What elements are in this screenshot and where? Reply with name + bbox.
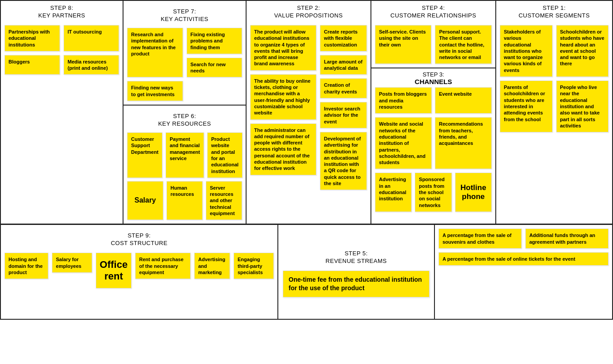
key-activities-column: STEP 7: KEY ACTIVITIES Research and impl…	[123, 1, 247, 224]
cost-structure-column: STEP 9: COST STRUCTURE Hosting and domai…	[1, 225, 278, 319]
bottom-section: STEP 9: COST STRUCTURE Hosting and domai…	[1, 225, 612, 319]
sticky-cost2: Salary for employees	[52, 253, 92, 273]
sticky-vp4: Create reports with flexible customizati…	[320, 25, 367, 51]
customer-seg-column: STEP 1: CUSTOMER SEGMENTS Stakeholders o…	[496, 1, 612, 224]
sticky-kr3: Product website and portal for an educat…	[207, 132, 243, 178]
sticky-ch1: Posts from bloggers and media resources	[375, 87, 432, 114]
sticky-cost6: Engaging third-party specialists	[234, 253, 274, 279]
cost-structure-grid: Hosting and domain for the product Salar…	[4, 253, 274, 288]
channels-section: STEP 3: CHANNELS Posts from bloggers and…	[371, 68, 495, 224]
key-activities-header: STEP 7: KEY ACTIVITIES	[127, 4, 242, 25]
channels-grid-row1: Posts from bloggers and media resources …	[371, 87, 495, 117]
sticky-vp3: The administrator can add required numbe…	[250, 123, 316, 175]
sticky-kp3: Bloggers	[4, 55, 60, 75]
sticky-cs2: Schoolchildren or students who have hear…	[556, 25, 609, 77]
sticky-vp5: Large amount of analytical data	[320, 55, 367, 75]
value-props-header: STEP 2: VALUE PROPOSITIONS	[247, 1, 370, 21]
cs-row2: Parents of schoolchildren or students wh…	[500, 80, 609, 132]
sticky-rs3: A percentage from the sale of online tic…	[438, 252, 609, 266]
sticky-vp8: Development of advertising for distribut…	[320, 132, 367, 190]
sticky-cr2: Personal support. The client can contact…	[435, 25, 492, 64]
cost-structure-header: STEP 9: COST STRUCTURE	[4, 229, 274, 249]
sticky-kp2: IT outsourcing	[64, 25, 119, 51]
kp-row1: Partnerships with educational institutio…	[4, 25, 119, 51]
customer-rel-header: STEP 4: CUSTOMER RELATIONSHIPS	[371, 1, 495, 21]
sticky-ka1: Research and implementation of new featu…	[127, 28, 183, 77]
sticky-rs2: Additional funds through an agreement wi…	[525, 229, 609, 249]
key-activities-section: STEP 7: KEY ACTIVITIES Research and impl…	[123, 1, 246, 106]
cs-row1: Stakeholders of various educational inst…	[500, 25, 609, 77]
sticky-cost5: Advertising and marketing	[194, 253, 230, 279]
customer-seg-header: STEP 1: CUSTOMER SEGMENTS	[496, 1, 612, 21]
sticky-ka3: Search for new needs	[187, 58, 243, 78]
revenue-right-grid: A percentage from the sale of souvenirs …	[438, 229, 609, 266]
vp-split1: The product will allow educational insti…	[250, 25, 367, 190]
revenue-row2: A percentage from the sale of online tic…	[438, 252, 609, 266]
key-resources-section: STEP 6: KEY RESOURCES Customer Support D…	[123, 106, 246, 224]
revenue-row1: A percentage from the sale of souvenirs …	[438, 229, 609, 249]
sticky-ch5: Advertising in an educational institutio…	[375, 173, 412, 212]
sticky-ch6: Sponsored posts from the school on socia…	[415, 173, 451, 212]
business-model-canvas: STEP 8: KEY PARTNERS Partnerships with e…	[0, 0, 613, 320]
sticky-ch2: Event website	[435, 87, 492, 114]
customer-rel-grid: Self-service. Clients using the site on …	[371, 21, 495, 68]
sticky-cr1: Self-service. Clients using the site on …	[375, 25, 431, 64]
sticky-kr4: Salary	[127, 181, 163, 220]
sticky-ka4: Finding new ways to get investments	[127, 81, 183, 101]
sticky-ka2: Fixing existing problems and finding the…	[187, 28, 243, 54]
key-activities-grid: Research and implementation of new featu…	[127, 28, 242, 101]
revenue-additional-column: A percentage from the sale of souvenirs …	[435, 225, 612, 319]
revenue-main-column: STEP 5: REVENUE STREAMS One-time fee fro…	[278, 225, 435, 319]
sticky-cs3: Parents of schoolchildren or students wh…	[500, 80, 553, 132]
customer-rel-column: STEP 4: CUSTOMER RELATIONSHIPS Self-serv…	[371, 1, 496, 224]
vp-left: The product will allow educational insti…	[250, 25, 316, 190]
key-resources-header: STEP 6: KEY RESOURCES	[127, 109, 242, 130]
revenue-streams-header: STEP 5: REVENUE STREAMS	[283, 246, 430, 267]
sticky-vp1: The product will allow educational insti…	[250, 25, 316, 71]
sticky-ch4: Recommendations from teachers, friends, …	[435, 117, 492, 169]
sticky-vp2: The ability to buy online tickets, cloth…	[250, 74, 316, 120]
sticky-cs4: People who live near the educational ins…	[556, 80, 609, 132]
customer-seg-content: Stakeholders of various educational inst…	[496, 21, 612, 136]
value-props-content: The product will allow educational insti…	[247, 21, 370, 194]
key-resources-grid: Customer Support Department Payment and …	[127, 132, 242, 178]
sticky-cs1: Stakeholders of various educational inst…	[500, 25, 553, 77]
sticky-rs1: A percentage from the sale of souvenirs …	[438, 229, 522, 249]
sticky-kp4: Media resources (print and online)	[64, 55, 119, 75]
sticky-cost4: Rent and purchase of the necessary equip…	[135, 253, 191, 279]
sticky-vp6: Creation of charity events	[320, 78, 367, 98]
sticky-kr5: Human resources	[166, 181, 203, 220]
sticky-cost1: Hosting and domain for the product	[4, 253, 48, 279]
vp-right-col: Create reports with flexible customizati…	[320, 25, 367, 190]
sticky-kr6: Server resources and other technical equ…	[206, 181, 242, 220]
channels-header: STEP 3: CHANNELS	[371, 68, 495, 87]
sticky-ch3: Website and social networks of the educa…	[375, 117, 432, 169]
sticky-kr2: Payment and financial management service	[166, 132, 204, 178]
sticky-cost3: Office rent	[96, 253, 132, 288]
sticky-kr1: Customer Support Department	[127, 132, 162, 178]
value-props-column: STEP 2: VALUE PROPOSITIONS The product w…	[247, 1, 371, 224]
sticky-revenue-main: One-time fee from the educational instit…	[283, 271, 430, 297]
key-partners-header: STEP 8: KEY PARTNERS	[1, 1, 123, 21]
customer-rel-section: STEP 4: CUSTOMER RELATIONSHIPS Self-serv…	[371, 1, 495, 68]
sticky-ch7: Hotline phone	[455, 173, 492, 212]
channels-grid-row2: Website and social networks of the educa…	[371, 117, 495, 173]
key-partners-column: STEP 8: KEY PARTNERS Partnerships with e…	[1, 1, 123, 224]
key-resources-row2: Salary Human resources Server resources …	[127, 181, 242, 220]
key-partners-content: Partnerships with educational institutio…	[1, 21, 123, 78]
top-section: STEP 8: KEY PARTNERS Partnerships with e…	[1, 1, 612, 225]
sticky-vp7: Investor search advisor for the event	[320, 102, 367, 128]
channels-row3: Advertising in an educational institutio…	[371, 173, 495, 215]
sticky-kp1: Partnerships with educational institutio…	[4, 25, 60, 51]
kp-row2: Bloggers Media resources (print and onli…	[4, 55, 119, 75]
